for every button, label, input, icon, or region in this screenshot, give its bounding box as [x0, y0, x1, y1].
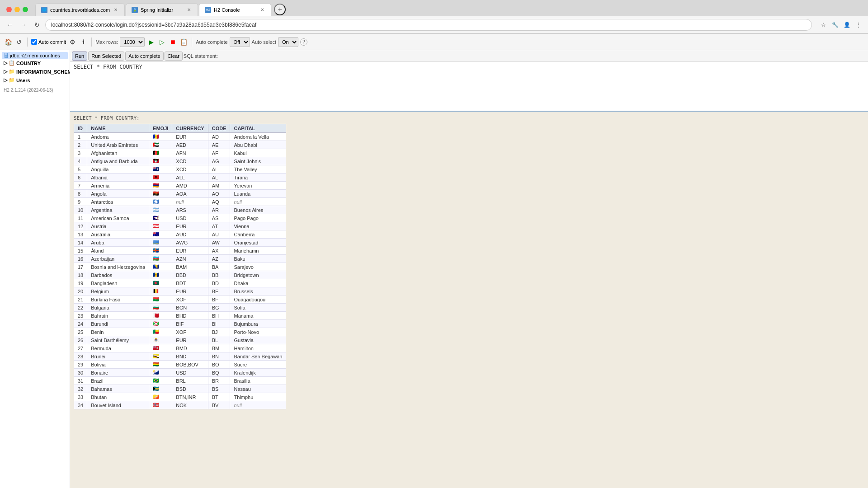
table-row[interactable]: 9Antarctica🇦🇶nullAQnull — [74, 198, 286, 206]
table-row[interactable]: 26Saint Barthélemy🇧🇱EURBLGustavia — [74, 336, 286, 344]
cell-code: AS — [208, 214, 230, 222]
auto-complete-select[interactable]: Off On — [230, 37, 250, 47]
info-icon[interactable]: ℹ — [79, 38, 88, 47]
cell-currency: AFN — [172, 149, 208, 157]
table-row[interactable]: 4Antigua and Barbuda🇦🇬XCDAGSaint John's — [74, 157, 286, 165]
cell-name: Burkina Faso — [87, 296, 149, 304]
cell-name: Australia — [87, 230, 149, 239]
table-row[interactable]: 30Bonaire🇧🇶USDBQKralendijk — [74, 369, 286, 377]
profile-icon[interactable]: 👤 — [842, 20, 852, 30]
table-row[interactable]: 8Angola🇦🇴AOAAOLuanda — [74, 190, 286, 198]
help-icon[interactable]: ? — [300, 38, 307, 46]
run-selected-button[interactable]: Run Selected — [88, 52, 124, 61]
query-editor[interactable]: SELECT * FROM COUNTRY — [70, 62, 868, 112]
cell-currency: BND — [172, 352, 208, 361]
table-row[interactable]: 7Armenia🇦🇲AMDAMYerevan — [74, 182, 286, 190]
table-row[interactable]: 27Bermuda🇧🇲BMDBMHamilton — [74, 344, 286, 352]
cell-code: AQ — [208, 198, 230, 206]
col-header-name: NAME — [87, 124, 149, 133]
table-row[interactable]: 12Austria🇦🇹EURATVienna — [74, 222, 286, 230]
cell-id: 29 — [74, 361, 87, 369]
home-icon[interactable]: 🏠 — [4, 38, 13, 47]
table-row[interactable]: 23Bahrain🇧🇭BHDBHManama — [74, 312, 286, 320]
maximize-window-button[interactable] — [23, 7, 28, 12]
table-row[interactable]: 25Benin🇧🇯XOFBJPorto-Novo — [74, 328, 286, 336]
auto-select-select[interactable]: On Off — [278, 37, 298, 47]
table-row[interactable]: 32Bahamas🇧🇸BSDBSNassau — [74, 385, 286, 393]
tab-close-button[interactable]: ✕ — [259, 7, 265, 13]
table-row[interactable]: 24Burundi🇧🇮BIFBIBujumbura — [74, 320, 286, 328]
cell-id: 28 — [74, 352, 87, 361]
cell-code: BL — [208, 336, 230, 344]
bookmark-icon[interactable]: ☆ — [818, 20, 828, 30]
stop-icon[interactable]: ⏹ — [168, 38, 177, 47]
menu-icon[interactable]: ⋮ — [854, 20, 863, 30]
max-rows-select[interactable]: 1000 500 100 — [120, 37, 145, 47]
cell-currency: EUR — [172, 336, 208, 344]
format-icon[interactable]: 📋 — [179, 38, 188, 47]
table-row[interactable]: 16Azerbaijan🇦🇿AZNAZBaku — [74, 255, 286, 263]
table-row[interactable]: 20Belgium🇧🇪EURBEBrussels — [74, 287, 286, 296]
results-query-label: SELECT * FROM COUNTRY; — [74, 115, 864, 121]
browser-tab-tab2[interactable]: 🍃 Spring Initializr ✕ — [126, 3, 198, 16]
forward-button[interactable]: → — [18, 19, 29, 30]
table-row[interactable]: 13Australia🇦🇺AUDAUCanberra — [74, 230, 286, 239]
cell-capital: Sofia — [230, 304, 286, 312]
new-tab-button[interactable]: + — [274, 4, 286, 15]
users-label: Users — [16, 78, 30, 83]
sidebar-item-users[interactable]: ▷ 📁 Users — [2, 76, 68, 84]
run-icon[interactable]: ▶ — [146, 38, 156, 47]
table-row[interactable]: 5Anguilla🇦🇮XCDAIThe Valley — [74, 165, 286, 174]
table-row[interactable]: 33Bhutan🇧🇹BTN,INRBTThimphu — [74, 393, 286, 401]
table-row[interactable]: 28Brunei🇧🇳BNDBNBandar Seri Begawan — [74, 352, 286, 361]
table-row[interactable]: 22Bulgaria🇧🇬BGNBGSofia — [74, 304, 286, 312]
sidebar-group-info-schema: ▷ 📁 INFORMATION_SCHEMA — [2, 68, 68, 75]
users-folder-icon: 📁 — [9, 77, 15, 83]
sidebar-connection[interactable]: 🗄 jdbc:h2:mem:countries — [2, 52, 68, 59]
back-button[interactable]: ← — [5, 19, 15, 30]
table-row[interactable]: 29Bolivia🇧🇴BOB,BOVBOSucre — [74, 361, 286, 369]
browser-tab-tab3[interactable]: H2 H2 Console ✕ — [199, 3, 271, 16]
table-row[interactable]: 17Bosnia and Herzegovina🇧🇦BAMBASarajevo — [74, 263, 286, 271]
cell-id: 1 — [74, 133, 87, 141]
cell-code: BV — [208, 401, 230, 409]
sidebar-item-country[interactable]: ▷ 📋 COUNTRY — [2, 59, 68, 67]
sidebar: 🗄 jdbc:h2:mem:countries ▷ 📋 COUNTRY ▷ 📁 … — [0, 50, 70, 488]
cell-id: 31 — [74, 377, 87, 385]
table-row[interactable]: 19Bangladesh🇧🇩BDTBDDhaka — [74, 279, 286, 287]
table-row[interactable]: 14Aruba🇦🇼AWGAWOranjestad — [74, 239, 286, 247]
table-row[interactable]: 3Afghanistan🇦🇫AFNAFKabul — [74, 149, 286, 157]
settings-icon[interactable]: ⚙ — [68, 38, 77, 47]
table-row[interactable]: 10Argentina🇦🇷ARSARBuenos Aires — [74, 206, 286, 214]
table-row[interactable]: 1Andorra🇦🇩EURADAndorra la Vella — [74, 133, 286, 141]
cell-code: BE — [208, 287, 230, 296]
browser-tab-tab1[interactable]: 🌐 countries.trevorblades.com ✕ — [35, 3, 125, 16]
tab-close-button[interactable]: ✕ — [113, 7, 119, 13]
auto-commit-checkbox[interactable] — [31, 39, 37, 45]
table-row[interactable]: 21Burkina Faso🇧🇫XOFBFOuagadougou — [74, 296, 286, 304]
refresh-button[interactable]: ↻ — [32, 19, 42, 30]
run-button[interactable]: Run — [72, 52, 87, 61]
table-row[interactable]: 15Åland🇦🇽EURAXMariehamn — [74, 247, 286, 255]
sidebar-item-info-schema[interactable]: ▷ 📁 INFORMATION_SCHEMA — [2, 68, 68, 75]
tab-favicon: H2 — [205, 7, 211, 13]
run-selected-icon[interactable]: ▷ — [157, 38, 166, 47]
query-text: SELECT * FROM COUNTRY — [74, 64, 142, 70]
tab-close-button[interactable]: ✕ — [186, 7, 192, 13]
extensions-icon[interactable]: 🔧 — [830, 20, 840, 30]
clear-button[interactable]: Clear — [165, 52, 183, 61]
refresh-db-icon[interactable]: ↺ — [14, 38, 24, 47]
table-row[interactable]: 34Bouvet Island🇧🇻NOKBVnull — [74, 401, 286, 409]
table-row[interactable]: 6Albania🇦🇱ALLALTirana — [74, 174, 286, 182]
close-window-button[interactable] — [6, 7, 12, 12]
auto-complete-button[interactable]: Auto complete — [125, 52, 163, 61]
tab-title: countries.trevorblades.com — [50, 7, 110, 13]
table-row[interactable]: 18Barbados🇧🇧BBDBBBridgetown — [74, 271, 286, 279]
table-row[interactable]: 2United Arab Emirates🇦🇪AEDAEAbu Dhabi — [74, 141, 286, 149]
url-bar[interactable] — [45, 19, 812, 31]
cell-name: Afghanistan — [87, 149, 149, 157]
table-row[interactable]: 11American Samoa🇦🇸USDASPago Pago — [74, 214, 286, 222]
table-row[interactable]: 31Brazil🇧🇷BRLBRBrasilia — [74, 377, 286, 385]
db-icon: 🗄 — [4, 53, 9, 58]
minimize-window-button[interactable] — [14, 7, 20, 12]
